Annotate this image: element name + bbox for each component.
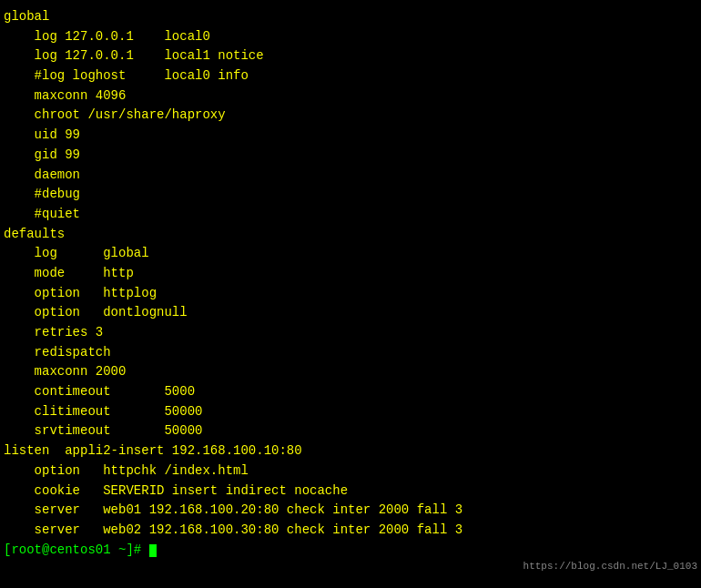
- terminal-line: chroot /usr/share/haproxy: [4, 106, 697, 126]
- terminal-line: #debug: [4, 185, 697, 205]
- terminal-line: mode http: [4, 264, 697, 284]
- terminal-line: contimeout 5000: [4, 382, 697, 402]
- terminal-line: option httpchk /index.html: [4, 461, 697, 482]
- terminal-line: log 127.0.0.1 local1 notice: [4, 46, 697, 66]
- terminal-window: global log 127.0.0.1 local0 log 127.0.0.…: [4, 7, 697, 581]
- terminal-line: gid 99: [4, 146, 697, 166]
- terminal-line: #log loghost local0 info: [4, 66, 697, 86]
- cursor: [149, 544, 157, 557]
- terminal-line: option httplog: [4, 284, 697, 304]
- terminal-line: listen appli2-insert 192.168.100.10:80: [4, 441, 697, 461]
- terminal-line: retries 3: [4, 323, 697, 343]
- terminal-line: srvtimeout 50000: [4, 421, 697, 441]
- terminal-line: uid 99: [4, 126, 697, 146]
- terminal-line: maxconn 2000: [4, 362, 697, 382]
- terminal-line: log global: [4, 244, 697, 264]
- terminal-line: server web02 192.168.100.30:80 check int…: [4, 521, 697, 541]
- terminal-line: defaults: [4, 225, 697, 245]
- terminal-line: maxconn 4096: [4, 86, 697, 106]
- terminal-line: daemon: [4, 166, 697, 186]
- watermark: https://blog.csdn.net/LJ_0103: [523, 561, 697, 572]
- terminal-line: #quiet: [4, 205, 697, 225]
- terminal-line: cookie SERVERID insert indirect nocache: [4, 482, 697, 502]
- terminal-line: log 127.0.0.1 local0: [4, 27, 697, 47]
- terminal-line: global: [4, 7, 697, 27]
- terminal-line: option dontlognull: [4, 303, 697, 323]
- terminal-line: server web01 192.168.100.20:80 check int…: [4, 501, 697, 521]
- terminal-line: clitimeout 50000: [4, 402, 697, 422]
- terminal-line: redispatch: [4, 343, 697, 363]
- terminal-line: [root@centos01 ~]#: [4, 541, 697, 561]
